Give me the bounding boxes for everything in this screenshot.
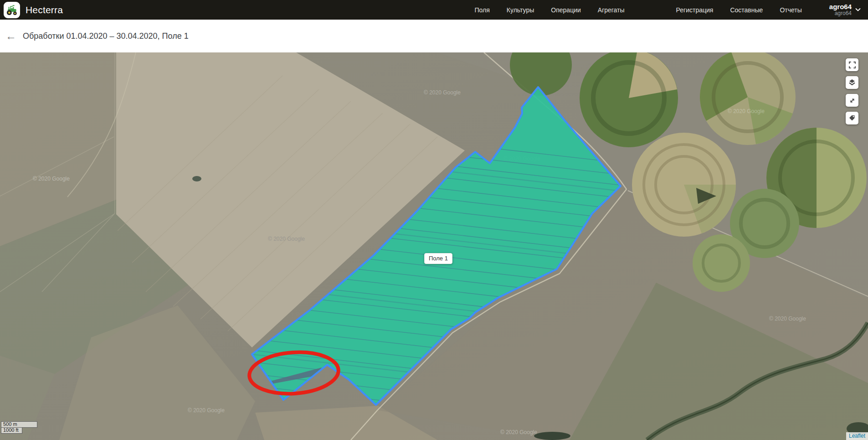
menu-item-crops[interactable]: Культуры: [507, 6, 534, 14]
scale-control: 500 m 1000 ft: [1, 421, 37, 434]
main-menu: Поля Культуры Операции Агрегаты Регистра…: [475, 6, 802, 14]
svg-text:© 2020 Google: © 2020 Google: [268, 236, 305, 242]
hecterra-app: Hecterra Поля Культуры Операции Агрегаты…: [0, 0, 868, 440]
tags-button[interactable]: [846, 112, 858, 124]
tag-icon: [848, 114, 856, 122]
menu-item-registration[interactable]: Регистрация: [676, 6, 714, 14]
map-view[interactable]: © 2020 Google © 2020 Google © 2020 Googl…: [0, 52, 868, 440]
menu-item-composite[interactable]: Составные: [730, 6, 763, 14]
menu-item-reports[interactable]: Отчеты: [780, 6, 801, 14]
svg-text:© 2020 Google: © 2020 Google: [500, 429, 537, 435]
layers-button[interactable]: [846, 76, 858, 89]
menu-item-operations[interactable]: Операции: [551, 6, 581, 14]
field-tooltip: Поле 1: [424, 253, 452, 264]
svg-text:© 2020 Google: © 2020 Google: [188, 407, 225, 414]
svg-text:© 2020 Google: © 2020 Google: [33, 176, 70, 182]
user-name: agro64: [829, 3, 852, 10]
layers-icon: [848, 79, 856, 86]
page-title: Обработки 01.04.2020 – 30.04.2020, Поле …: [23, 31, 189, 41]
leaflet-link[interactable]: Leaflet: [849, 433, 865, 439]
app-title: Hecterra: [26, 5, 63, 16]
scale-imperial: 1000 ft: [1, 428, 22, 434]
menu-item-units[interactable]: Агрегаты: [598, 6, 625, 14]
svg-text:© 2020 Google: © 2020 Google: [769, 316, 806, 322]
resize-diagonal-button[interactable]: [846, 94, 858, 107]
svg-text:© 2020 Google: © 2020 Google: [424, 89, 461, 96]
tractor-logo-icon: [4, 2, 20, 18]
chevron-down-icon: [855, 8, 861, 11]
map-controls: [846, 58, 858, 124]
fullscreen-icon: [849, 62, 856, 68]
scale-metric: 500 m: [1, 421, 37, 428]
map-attribution: Leaflet: [846, 432, 868, 440]
breadcrumb-bar: ← Обработки 01.04.2020 – 30.04.2020, Пол…: [0, 20, 868, 52]
user-account: agro64: [829, 10, 852, 17]
svg-text:© 2020 Google: © 2020 Google: [728, 108, 765, 114]
satellite-map[interactable]: © 2020 Google © 2020 Google © 2020 Googl…: [0, 52, 868, 440]
back-arrow-icon[interactable]: ←: [5, 31, 19, 41]
user-menu[interactable]: agro64 agro64: [829, 3, 861, 17]
fullscreen-button[interactable]: [846, 58, 858, 71]
brand[interactable]: Hecterra: [4, 2, 63, 18]
menu-item-fields[interactable]: Поля: [475, 6, 490, 14]
top-nav: Hecterra Поля Культуры Операции Агрегаты…: [0, 0, 868, 20]
resize-diagonal-icon: [849, 97, 856, 104]
